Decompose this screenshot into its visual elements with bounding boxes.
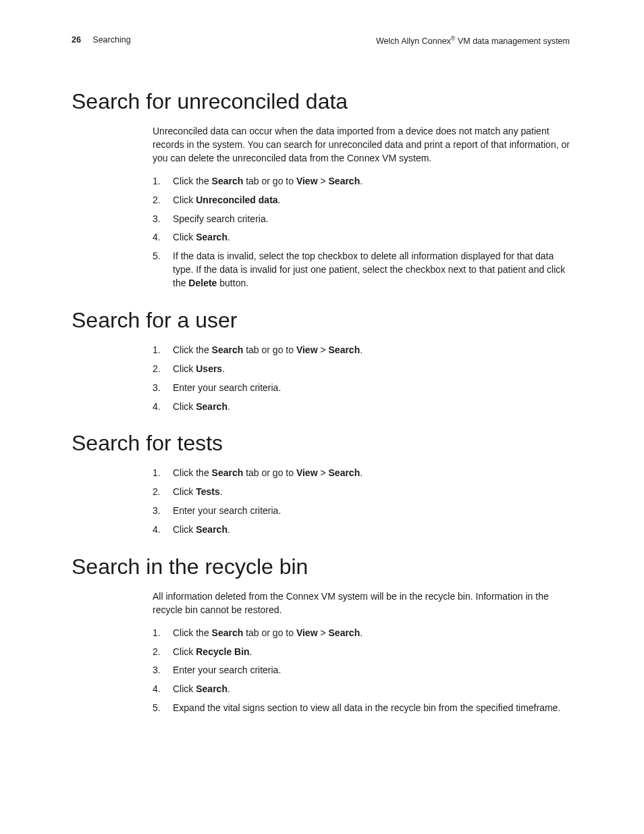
text-run: Enter your search criteria. xyxy=(173,505,281,516)
step-item: If the data is invalid, select the top c… xyxy=(153,250,570,290)
step-item: Enter your search criteria. xyxy=(153,664,570,677)
text-run: Search xyxy=(196,524,227,535)
header-left: 26 Searching xyxy=(72,35,131,46)
step-item: Click the Search tab or go to View > Sea… xyxy=(153,467,570,480)
step-list: Click the Search tab or go to View > Sea… xyxy=(153,175,570,290)
text-run: Search xyxy=(196,683,227,694)
text-run: Click xyxy=(173,486,196,497)
text-run: Search xyxy=(329,467,360,478)
text-run: . xyxy=(250,646,252,657)
text-run: Search xyxy=(329,627,360,638)
text-run: . xyxy=(222,363,225,374)
text-run: tab or go to xyxy=(243,176,296,186)
text-run: Click the xyxy=(173,344,212,355)
text-run: Click the xyxy=(173,176,212,186)
text-run: Click the xyxy=(173,467,212,478)
step-item: Click Search. xyxy=(153,683,570,696)
section-content: Unreconciled data can occur when the dat… xyxy=(153,125,570,290)
page-number: 26 xyxy=(72,35,81,45)
text-run: > xyxy=(318,627,329,638)
step-item: Click the Search tab or go to View > Sea… xyxy=(153,344,570,357)
text-run: Click xyxy=(173,194,196,205)
text-run: . xyxy=(227,524,230,535)
section: Search in the recycle binAll information… xyxy=(72,554,570,715)
text-run: Click xyxy=(173,232,196,242)
step-item: Click Search. xyxy=(153,400,570,414)
text-run: Search xyxy=(196,232,227,242)
product-suffix: VM data management system xyxy=(455,36,570,46)
step-item: Click Search. xyxy=(153,231,570,244)
text-run: Unreconciled data xyxy=(196,194,277,205)
text-run: Recycle Bin xyxy=(196,646,249,657)
text-run: Click xyxy=(173,683,196,694)
step-item: Enter your search criteria. xyxy=(153,504,570,518)
step-item: Click Tests. xyxy=(153,486,570,499)
text-run: . xyxy=(278,194,281,205)
step-list: Click the Search tab or go to View > Sea… xyxy=(153,467,570,537)
section-content: Click the Search tab or go to View > Sea… xyxy=(153,467,570,537)
intro-paragraph: Unreconciled data can occur when the dat… xyxy=(153,125,570,165)
section-heading: Search for a user xyxy=(72,308,570,333)
text-run: Click xyxy=(173,363,196,374)
step-list: Click the Search tab or go to View > Sea… xyxy=(153,344,570,414)
step-item: Click Recycle Bin. xyxy=(153,646,570,659)
section-content: Click the Search tab or go to View > Sea… xyxy=(153,344,570,414)
text-run: . xyxy=(360,344,363,355)
text-run: . xyxy=(360,176,363,186)
text-run: . xyxy=(220,486,223,497)
text-run: tab or go to xyxy=(243,627,296,638)
step-item: Click Unreconciled data. xyxy=(153,194,570,207)
text-run: > xyxy=(318,344,329,355)
step-item: Click the Search tab or go to View > Sea… xyxy=(153,175,570,188)
section: Search for testsClick the Search tab or … xyxy=(72,431,570,537)
text-run: Click xyxy=(173,401,196,412)
text-run: Search xyxy=(212,176,244,186)
text-run: Search xyxy=(212,344,244,355)
text-run: Tests xyxy=(196,486,220,497)
text-run: Search xyxy=(329,176,360,186)
text-run: . xyxy=(360,467,363,478)
header-section: Searching xyxy=(92,35,130,45)
text-run: Search xyxy=(212,467,244,478)
text-run: > xyxy=(318,176,329,186)
text-run: Click xyxy=(173,646,196,657)
step-list: Click the Search tab or go to View > Sea… xyxy=(153,627,570,715)
section-heading: Search in the recycle bin xyxy=(72,554,570,579)
text-run: Delete xyxy=(188,278,217,288)
text-run: . xyxy=(227,232,230,242)
text-run: Enter your search criteria. xyxy=(173,664,281,675)
text-run: tab or go to xyxy=(243,467,296,478)
step-item: Specify search criteria. xyxy=(153,213,570,226)
text-run: View xyxy=(296,344,318,355)
section: Search for unreconciled dataUnreconciled… xyxy=(72,89,570,290)
intro-paragraph: All information deleted from the Connex … xyxy=(153,590,570,617)
text-run: View xyxy=(296,627,318,638)
section: Search for a userClick the Search tab or… xyxy=(72,308,570,414)
text-run: . xyxy=(360,627,363,638)
text-run: button. xyxy=(217,278,248,288)
text-run: Enter your search criteria. xyxy=(173,382,281,393)
text-run: > xyxy=(318,467,329,478)
text-run: Search xyxy=(196,401,227,412)
text-run: . xyxy=(227,683,230,694)
step-item: Expand the vital signs section to view a… xyxy=(153,702,570,715)
text-run: Search xyxy=(212,627,244,638)
page-header: 26 Searching Welch Allyn Connex® VM data… xyxy=(72,35,570,46)
product-prefix: Welch Allyn Connex xyxy=(376,36,451,46)
text-run: Search xyxy=(329,344,360,355)
section-heading: Search for unreconciled data xyxy=(72,89,570,114)
header-right: Welch Allyn Connex® VM data management s… xyxy=(376,35,570,46)
text-run: Click xyxy=(173,524,196,535)
text-run: Specify search criteria. xyxy=(173,213,269,224)
step-item: Enter your search criteria. xyxy=(153,382,570,395)
step-item: Click Search. xyxy=(153,523,570,537)
text-run: tab or go to xyxy=(243,344,296,355)
text-run: Click the xyxy=(173,627,212,638)
text-run: Expand the vital signs section to view a… xyxy=(173,702,560,713)
section-heading: Search for tests xyxy=(72,431,570,456)
step-item: Click the Search tab or go to View > Sea… xyxy=(153,627,570,640)
step-item: Click Users. xyxy=(153,363,570,376)
text-run: View xyxy=(296,176,318,186)
section-content: All information deleted from the Connex … xyxy=(153,590,570,715)
text-run: . xyxy=(227,401,230,412)
